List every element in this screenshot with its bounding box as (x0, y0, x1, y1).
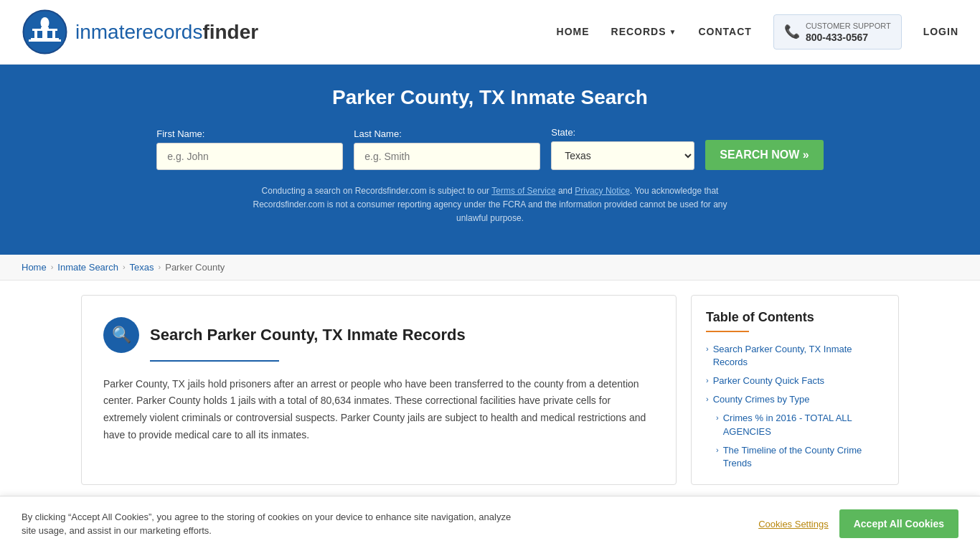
support-info: CUSTOMER SUPPORT 800-433-0567 (806, 21, 891, 42)
toc-title: Table of Contents (706, 310, 884, 325)
article-header: 🔍 Search Parker County, TX Inmate Record… (103, 317, 654, 353)
article-title-underline (150, 360, 279, 362)
breadcrumb-inmate-search[interactable]: Inmate Search (57, 262, 118, 273)
toc-link[interactable]: Crimes % in 2016 - TOTAL ALL AGENCIES (723, 412, 884, 438)
toc-link[interactable]: Parker County Quick Facts (713, 375, 824, 387)
tos-link[interactable]: Terms of Service (491, 186, 555, 196)
article-title: Search Parker County, TX Inmate Records (150, 326, 466, 344)
breadcrumb-home[interactable]: Home (22, 262, 47, 273)
support-number: 800-433-0567 (806, 32, 891, 43)
state-group: State: AlabamaAlaskaArizonaArkansasCalif… (551, 127, 694, 170)
breadcrumb-state[interactable]: Texas (130, 262, 154, 273)
hero-title: Parker County, TX Inmate Search (14, 86, 966, 109)
main-nav: HOME RECORDS ▼ CONTACT 📞 CUSTOMER SUPPOR… (557, 14, 958, 49)
first-name-input[interactable] (156, 143, 343, 170)
nav-contact[interactable]: CONTACT (698, 26, 751, 37)
toc-list-item: ›Search Parker County, TX Inmate Records (706, 343, 884, 369)
toc-list-item: ›The Timeline of the County Crime Trends (706, 444, 884, 470)
svg-rect-4 (34, 30, 37, 39)
main-content: 🔍 Search Parker County, TX Inmate Record… (60, 281, 920, 500)
svg-rect-8 (29, 39, 61, 42)
toc-list-item: ›Parker County Quick Facts (706, 375, 884, 387)
breadcrumb-county: Parker County (165, 262, 225, 273)
breadcrumb-sep-2: › (123, 263, 126, 271)
nav-login[interactable]: LOGIN (923, 26, 958, 37)
nav-home[interactable]: HOME (557, 26, 590, 37)
toc-list-item: ›Crimes % in 2016 - TOTAL ALL AGENCIES (706, 412, 884, 438)
toc-chevron-icon: › (716, 446, 719, 454)
support-label: CUSTOMER SUPPORT (806, 21, 891, 31)
search-form: First Name: Last Name: State: AlabamaAla… (14, 127, 966, 170)
search-disclaimer: Conducting a search on Recordsfinder.com… (239, 184, 741, 226)
records-chevron-down-icon: ▼ (669, 28, 677, 36)
phone-icon: 📞 (784, 24, 800, 39)
nav-records[interactable]: RECORDS ▼ (611, 26, 677, 37)
last-name-group: Last Name: (354, 128, 540, 170)
cookie-banner: By clicking “Accept All Cookies”, you ag… (0, 496, 980, 499)
hero-section: Parker County, TX Inmate Search First Na… (0, 65, 980, 255)
svg-rect-6 (52, 30, 55, 39)
toc-chevron-icon: › (706, 376, 709, 385)
article-body: Parker County, TX jails hold prisoners a… (103, 376, 654, 444)
breadcrumb: Home › Inmate Search › Texas › Parker Co… (0, 255, 980, 281)
state-select[interactable]: AlabamaAlaskaArizonaArkansasCaliforniaCo… (551, 141, 694, 170)
logo-wordmark: inmaterecordsfinder (75, 21, 258, 44)
toc-link[interactable]: The Timeline of the County Crime Trends (723, 444, 884, 470)
logo-text-part2: finder (202, 21, 258, 43)
svg-point-1 (41, 17, 50, 29)
capitol-logo-icon (22, 9, 68, 55)
sidebar-toc: Table of Contents ›Search Parker County,… (691, 295, 899, 486)
first-name-group: First Name: (156, 128, 343, 170)
toc-chevron-icon: › (706, 395, 709, 403)
breadcrumb-sep-3: › (159, 263, 161, 271)
last-name-input[interactable] (354, 143, 540, 170)
privacy-link[interactable]: Privacy Notice (575, 186, 630, 196)
article-section: 🔍 Search Parker County, TX Inmate Record… (81, 295, 677, 486)
toc-underline (706, 331, 749, 332)
site-header: inmaterecordsfinder HOME RECORDS ▼ CONTA… (0, 0, 980, 65)
toc-chevron-icon: › (706, 344, 709, 353)
toc-link[interactable]: County Crimes by Type (713, 393, 810, 406)
first-name-label: First Name: (156, 128, 204, 139)
toc-link[interactable]: Search Parker County, TX Inmate Records (713, 343, 884, 369)
logo[interactable]: inmaterecordsfinder (22, 9, 258, 55)
customer-support-box[interactable]: 📞 CUSTOMER SUPPORT 800-433-0567 (773, 14, 902, 49)
last-name-label: Last Name: (354, 128, 401, 139)
toc-list: ›Search Parker County, TX Inmate Records… (706, 343, 884, 471)
breadcrumb-sep-1: › (51, 263, 54, 271)
logo-text-part1: inmaterecords (75, 21, 202, 43)
svg-rect-5 (42, 30, 47, 39)
toc-list-item: ›County Crimes by Type (706, 393, 884, 406)
search-button[interactable]: SEARCH NOW » (705, 140, 823, 170)
state-label: State: (551, 127, 575, 138)
toc-chevron-icon: › (716, 413, 719, 422)
search-circle-icon: 🔍 (103, 317, 139, 353)
